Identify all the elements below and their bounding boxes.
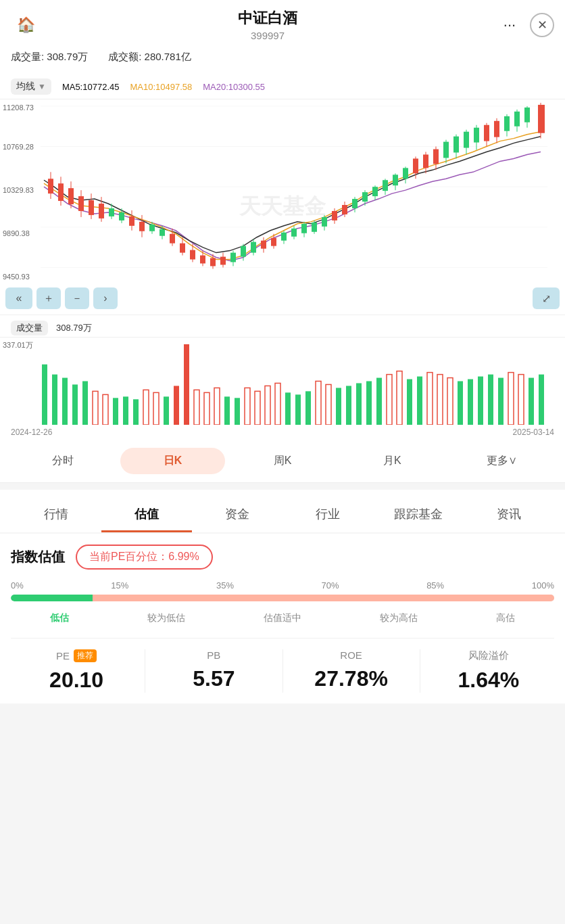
svg-rect-19 (109, 208, 114, 216)
svg-rect-71 (352, 199, 358, 208)
svg-rect-116 (174, 386, 179, 425)
ma-selector[interactable]: 均线 ▼ (11, 78, 51, 95)
svg-rect-151 (529, 378, 534, 425)
risk-label: 风险溢价 (423, 649, 554, 662)
svg-rect-140 (417, 377, 422, 425)
volume-stat: 成交量: 308.79万 (11, 51, 88, 64)
svg-rect-139 (407, 379, 412, 425)
svg-rect-142 (437, 375, 443, 425)
volume-value: 308.79万 (47, 51, 88, 62)
svg-rect-49 (261, 241, 266, 249)
svg-rect-105 (62, 378, 68, 425)
svg-rect-111 (123, 396, 128, 425)
svg-rect-104 (52, 375, 57, 425)
svg-rect-89 (464, 132, 469, 148)
svg-rect-38 (200, 256, 205, 264)
close-button[interactable]: ✕ (530, 13, 554, 37)
svg-rect-132 (336, 388, 341, 425)
svg-rect-93 (484, 125, 489, 141)
date-bar: 2024-12-26 2025-03-14 (0, 425, 565, 440)
metric-roe: ROE 27.78% (286, 649, 417, 693)
svg-rect-23 (129, 216, 134, 226)
chart-controls: « ＋ － › ⤢ (0, 287, 565, 309)
divider-2 (282, 649, 283, 693)
svg-rect-37 (190, 250, 195, 260)
stats-bar: 成交量: 308.79万 成交额: 280.781亿 (0, 47, 565, 70)
tab-market[interactable]: 行情 (11, 501, 101, 532)
divider-1 (145, 649, 145, 693)
svg-rect-114 (153, 392, 159, 425)
home-button[interactable]: 🏠 (11, 10, 41, 40)
section-header: 指数估值 当前PE百分位：6.99% (11, 545, 554, 570)
svg-rect-16 (99, 204, 104, 218)
fullscreen-button[interactable]: ⤢ (533, 287, 560, 309)
candlestick-chart[interactable]: 天天基金 11208.73 10769.28 10329.83 9890.38 … (0, 99, 565, 315)
val-fairly-low: 较为低估 (147, 612, 185, 624)
svg-rect-147 (488, 375, 493, 425)
volume-label-bar: 成交量 308.79万 (0, 319, 565, 337)
svg-rect-72 (362, 192, 368, 202)
svg-rect-108 (93, 391, 98, 425)
chart-section: 均线 ▼ MA5:10772.45 MA10:10497.58 MA20:103… (0, 70, 565, 440)
header: 🏠 中证白酒 399997 ··· ✕ (0, 0, 565, 47)
svg-rect-75 (393, 175, 398, 185)
progress-low (11, 595, 93, 601)
volume-tag: 成交量 (11, 321, 48, 336)
volume-chart[interactable]: 337.01万 (0, 337, 565, 425)
svg-rect-103 (42, 365, 47, 425)
svg-rect-128 (295, 394, 301, 425)
svg-rect-145 (468, 379, 473, 425)
metric-risk: 风险溢价 1.64% (423, 649, 554, 693)
period-fenshi[interactable]: 分时 (11, 448, 115, 474)
svg-rect-59 (312, 223, 317, 232)
period-zhouk[interactable]: 周K (230, 448, 335, 474)
svg-rect-87 (443, 142, 449, 158)
svg-rect-60 (322, 217, 327, 227)
svg-rect-36 (180, 244, 185, 253)
svg-rect-120 (214, 388, 220, 425)
stock-title: 中证白酒 (41, 8, 495, 28)
val-low: 低估 (50, 612, 69, 624)
pe-percentile-badge[interactable]: 当前PE百分位：6.99% (76, 545, 213, 570)
progress-track (11, 595, 554, 601)
zoom-out-button[interactable]: － (65, 287, 89, 309)
pct-85: 85% (426, 580, 444, 591)
period-more[interactable]: 更多∨ (450, 448, 554, 474)
candlestick-svg (0, 99, 565, 315)
tab-news[interactable]: 资讯 (464, 501, 554, 532)
svg-rect-127 (285, 392, 291, 425)
pe-label: PE 推荐 (11, 649, 142, 662)
svg-rect-13 (68, 188, 74, 204)
ma20-indicator: MA20:10300.55 (203, 82, 265, 92)
tab-industry[interactable]: 行业 (282, 501, 373, 532)
svg-rect-98 (504, 116, 510, 131)
svg-rect-40 (220, 257, 226, 265)
svg-rect-113 (143, 390, 149, 425)
tab-valuation[interactable]: 估值 (101, 501, 192, 532)
next-button[interactable]: › (93, 287, 118, 309)
metric-pb: PB 5.57 (148, 649, 279, 693)
amount-label: 成交额: (108, 51, 141, 62)
progress-high (93, 595, 554, 601)
svg-rect-126 (275, 383, 280, 425)
prev-button[interactable]: « (5, 287, 32, 309)
header-center: 中证白酒 399997 (41, 8, 495, 41)
recommend-badge: 推荐 (74, 649, 97, 662)
svg-rect-56 (281, 233, 287, 241)
svg-rect-149 (508, 373, 514, 425)
svg-rect-88 (453, 137, 459, 153)
zoom-in-button[interactable]: ＋ (36, 287, 61, 309)
period-yuek[interactable]: 月K (340, 448, 444, 474)
volume-label: 成交量: (11, 51, 44, 62)
svg-rect-102 (538, 105, 545, 133)
svg-rect-121 (224, 396, 230, 425)
tab-tracking[interactable]: 跟踪基金 (373, 501, 464, 532)
tab-capital[interactable]: 资金 (192, 501, 282, 532)
period-dayk[interactable]: 日K (120, 448, 224, 474)
svg-rect-125 (265, 386, 270, 425)
pb-value: 5.57 (148, 666, 279, 691)
pct-0: 0% (11, 580, 24, 591)
more-button[interactable]: ··· (495, 10, 524, 40)
volume-svg (0, 338, 565, 425)
svg-rect-73 (372, 187, 378, 196)
